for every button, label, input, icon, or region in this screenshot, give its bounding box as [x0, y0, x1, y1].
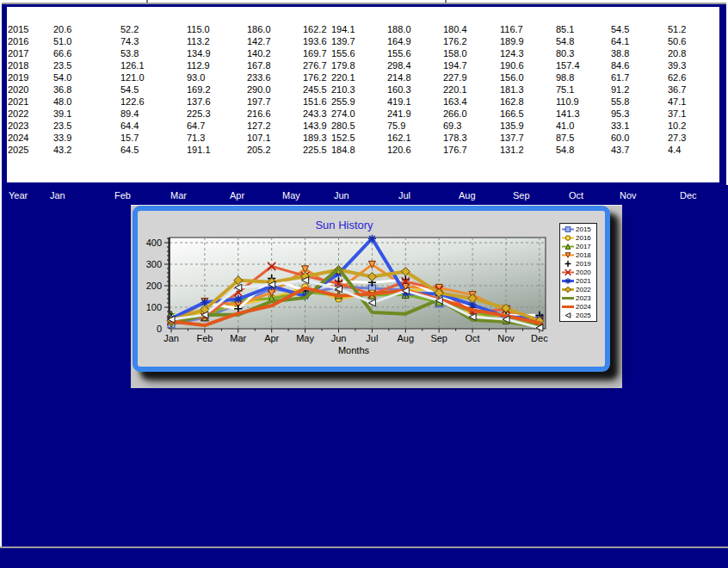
month-header-label: Feb: [114, 190, 131, 201]
table-cell: 74.3: [120, 36, 139, 46]
x-axis-tick-label: Dec: [531, 333, 548, 343]
x-axis-tick-label: Jul: [366, 333, 378, 343]
legend-label: 2017: [576, 243, 591, 250]
table-cell: 205.2: [247, 145, 271, 155]
table-cell: 64.1: [611, 36, 629, 46]
table-cell: 157.4: [556, 60, 580, 71]
table-cell: 91.2: [611, 84, 629, 95]
table-cell: 137.6: [187, 96, 211, 107]
table-cell: 156.0: [500, 72, 524, 83]
table-cell: 38.8: [611, 48, 629, 59]
x-axis-title: Months: [338, 345, 370, 355]
table-cell: 69.3: [443, 120, 461, 131]
table-cell: 167.8: [247, 60, 271, 71]
table-cell: 120.6: [387, 145, 411, 155]
table-year-cell: 2024: [8, 133, 28, 143]
table-cell: 214.8: [387, 72, 411, 83]
month-header-label: Aug: [459, 190, 476, 201]
table-cell: 189.9: [500, 36, 524, 46]
table-cell: 176.7: [443, 145, 467, 155]
table-cell: 27.3: [668, 133, 686, 143]
month-header-label: Jan: [50, 190, 65, 201]
table-cell: 266.0: [443, 108, 467, 119]
table-cell: 60.0: [611, 133, 629, 143]
table-cell: 112.9: [187, 60, 210, 71]
table-cell: 115.0: [187, 24, 210, 34]
table-cell: 225.3: [187, 108, 211, 119]
legend-label: 2019: [576, 260, 591, 268]
table-year-cell: 2020: [8, 84, 28, 95]
table-cell: 43.2: [53, 145, 71, 155]
y-axis-tick-label: 400: [146, 238, 162, 248]
legend-marker-icon: [562, 303, 574, 311]
legend-item: 2022: [560, 286, 596, 294]
table-cell: 135.9: [500, 120, 524, 131]
table-cell: 188.0: [387, 24, 411, 34]
legend-label: 2024: [576, 303, 591, 311]
table-cell: 180.4: [443, 24, 467, 34]
legend-label: 2025: [576, 312, 591, 319]
legend-marker-icon: [562, 286, 574, 293]
table-cell: 75.9: [387, 120, 405, 131]
table-cell: 243.3: [303, 108, 327, 119]
table-cell: 39.3: [668, 60, 686, 71]
table-cell: 55.8: [611, 96, 629, 107]
table-cell: 37.1: [668, 108, 686, 119]
table-cell: 75.1: [556, 84, 574, 95]
table-cell: 191.1: [187, 145, 211, 155]
table-cell: 85.1: [556, 24, 574, 34]
table-cell: 158.0: [443, 48, 467, 59]
table-cell: 23.5: [53, 120, 71, 131]
legend-label: 2015: [576, 225, 591, 233]
table-cell: 220.1: [443, 84, 467, 95]
table-cell: 220.1: [331, 72, 355, 83]
table-cell: 131.2: [500, 145, 524, 155]
table-cell: 169.2: [187, 84, 211, 95]
table-cell: 197.7: [247, 96, 271, 107]
legend-label: 2018: [576, 251, 591, 259]
x-axis-tick-label: Aug: [398, 333, 415, 343]
table-cell: 52.2: [120, 24, 139, 34]
table-cell: 160.3: [387, 84, 411, 95]
table-cell: 50.6: [668, 36, 686, 46]
x-axis-tick-label: Oct: [466, 333, 480, 343]
month-header-label: Sep: [513, 190, 530, 201]
table-cell: 51.0: [53, 36, 71, 46]
legend-item: 2016: [560, 233, 596, 242]
legend-item: 2019: [560, 259, 596, 268]
application-window: 201520.652.2115.0186.0162.2194.1188.0180…: [0, 0, 728, 568]
table-cell: 280.5: [331, 120, 355, 131]
month-header-label: Oct: [569, 190, 583, 201]
x-axis-tick-label: Feb: [196, 333, 213, 343]
legend-item: 2024: [560, 303, 596, 312]
table-cell: 276.7: [303, 60, 327, 71]
month-header-label: Jul: [398, 190, 410, 201]
x-axis-tick-label: Sep: [430, 333, 447, 343]
legend-item: 2025: [560, 312, 596, 320]
table-cell: 47.1: [668, 96, 686, 107]
legend-marker-icon: [562, 277, 574, 285]
legend-item: 2020: [560, 268, 596, 276]
chart-window: Sun History0100200300400JanFebMarAprMayJ…: [133, 206, 610, 372]
window-border-left: [0, 3, 2, 547]
y-axis-tick-label: 100: [146, 302, 162, 312]
month-header-label: Year: [9, 190, 28, 201]
legend-marker-icon: [562, 294, 574, 302]
table-cell: 137.7: [500, 133, 524, 143]
sun-history-chart: Sun History0100200300400JanFebMarAprMayJ…: [138, 211, 605, 367]
table-cell: 241.9: [387, 108, 411, 119]
table-cell: 163.4: [443, 96, 467, 107]
bottom-separator: [0, 546, 728, 548]
x-axis-tick-label: May: [296, 333, 314, 343]
legend-item: 2018: [560, 250, 596, 259]
table-cell: 23.5: [53, 60, 71, 71]
table-cell: 33.1: [611, 120, 629, 131]
table-cell: 126.1: [120, 60, 145, 71]
table-cell: 87.5: [556, 133, 574, 143]
table-cell: 194.1: [331, 24, 355, 34]
table-cell: 54.8: [556, 36, 574, 46]
legend-marker-icon: [562, 260, 574, 268]
table-cell: 141.3: [556, 108, 580, 119]
legend-marker-icon: [562, 234, 574, 242]
table-cell: 43.7: [611, 145, 629, 155]
